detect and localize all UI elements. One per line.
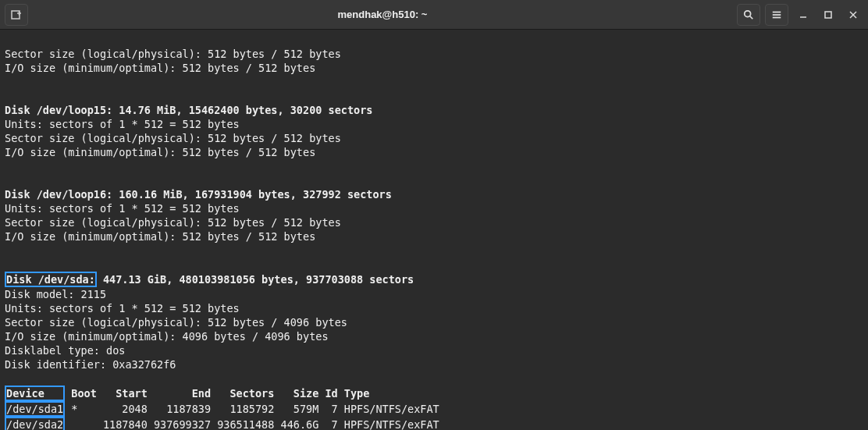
disk-header: Disk /dev/loop15: 14.76 MiB, 15462400 by…	[5, 104, 372, 116]
new-tab-button[interactable]	[5, 4, 28, 26]
output-line: Units: sectors of 1 * 512 = 512 bytes	[5, 118, 240, 130]
output-line: Disk identifier: 0xa32762f6	[5, 358, 176, 371]
titlebar: mendhak@h510: ~	[0, 0, 868, 30]
highlighted-device-row: /dev/sda2	[5, 417, 65, 430]
output-line: Units: sectors of 1 * 512 = 512 bytes	[5, 202, 240, 215]
output-line: I/O size (minimum/optimal): 4096 bytes /…	[5, 330, 329, 343]
terminal-output[interactable]: Sector size (logical/physical): 512 byte…	[0, 30, 868, 430]
search-button[interactable]	[737, 4, 760, 26]
output-line: Sector size (logical/physical): 512 byte…	[5, 132, 341, 144]
output-line: I/O size (minimum/optimal): 512 bytes / …	[5, 230, 315, 243]
highlighted-device-header: Device	[5, 386, 65, 401]
output-line: Sector size (logical/physical): 512 byte…	[5, 216, 341, 229]
titlebar-right	[737, 4, 863, 26]
window-title: mendhak@h510: ~	[28, 9, 737, 20]
output-line: Units: sectors of 1 * 512 = 512 bytes	[5, 302, 240, 315]
highlighted-device-row: /dev/sda1	[5, 401, 65, 417]
output-line: Disk model: 2115	[5, 288, 106, 300]
svg-point-1	[745, 10, 751, 16]
close-button[interactable]	[843, 5, 863, 25]
output-line: Sector size (logical/physical): 512 byte…	[5, 48, 341, 60]
titlebar-left	[5, 4, 28, 26]
output-line: Disklabel type: dos	[5, 344, 125, 357]
minimize-button[interactable]	[793, 5, 813, 25]
table-row-rest: * 2048 1187839 1185792 579M 7 HPFS/NTFS/…	[65, 403, 439, 415]
highlighted-disk-sda: Disk /dev/sda:	[5, 272, 97, 287]
svg-rect-7	[825, 12, 831, 18]
output-line: I/O size (minimum/optimal): 512 bytes / …	[5, 146, 315, 158]
menu-button[interactable]	[765, 4, 788, 26]
maximize-button[interactable]	[818, 5, 838, 25]
table-header-rest: Boot Start End Sectors Size Id Type	[65, 387, 369, 400]
output-line: Sector size (logical/physical): 512 byte…	[5, 316, 347, 329]
disk-header: Disk /dev/loop16: 160.16 MiB, 167931904 …	[5, 188, 392, 201]
svg-line-2	[750, 16, 753, 19]
disk-sda-info: 447.13 GiB, 480103981056 bytes, 93770308…	[97, 273, 414, 286]
output-line: I/O size (minimum/optimal): 512 bytes / …	[5, 62, 315, 74]
svg-rect-0	[12, 11, 20, 19]
table-row-rest: 1187840 937699327 936511488 446.6G 7 HPF…	[65, 418, 439, 430]
